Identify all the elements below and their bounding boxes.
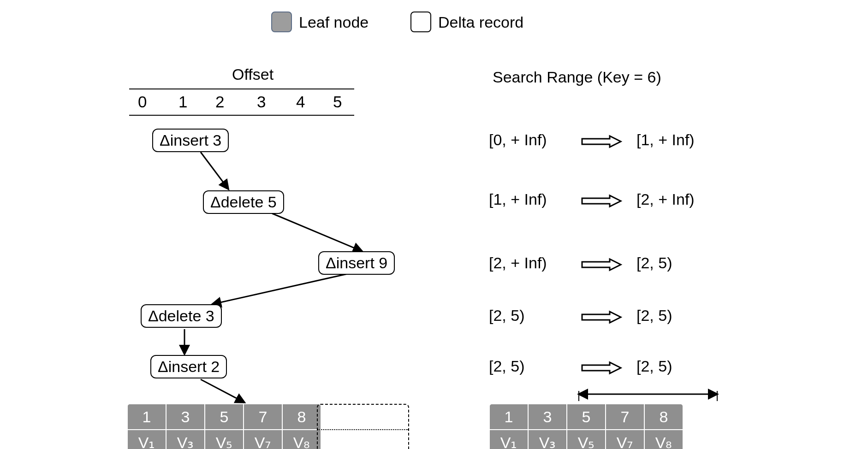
delta-record-1: Δdelete 5	[203, 190, 284, 214]
leaf-key-cell: 7	[606, 404, 644, 430]
double-line-arrow-icon	[581, 258, 623, 272]
leaf-val-cell: V₈	[644, 430, 683, 449]
leaf-val-cell: V₇	[244, 430, 282, 449]
delta-swatch	[410, 12, 431, 32]
svg-line-1	[272, 213, 362, 251]
leaf-key-cell: 1	[127, 404, 166, 430]
sr-to-3: [2, 5)	[636, 307, 672, 325]
dotted-divider	[318, 429, 408, 430]
svg-line-4	[201, 379, 244, 402]
offset-tick-1: 1	[178, 93, 187, 111]
svg-line-0	[201, 152, 228, 189]
double-line-arrow-icon	[581, 361, 623, 375]
legend-delta-label: Delta record	[438, 13, 523, 31]
sr-from-1: [1, + Inf)	[489, 190, 547, 208]
leaf-val-cell: V₁	[489, 430, 528, 449]
leaf-key-cell: 5	[567, 404, 606, 430]
leaf-key-cell: 5	[205, 404, 244, 430]
leaf-key-cell: 8	[282, 404, 321, 430]
offset-tick-2: 2	[215, 93, 224, 111]
leaf-val-cell: V₃	[528, 430, 567, 449]
leaf-swatch	[271, 12, 292, 32]
leaf-val-cell: V₅	[205, 430, 244, 449]
svg-line-2	[212, 271, 360, 304]
leaf-key-cell: 8	[644, 404, 683, 430]
leaf-table-right: 1 3 5 7 8 V₁ V₃ V₅ V₇ V₈	[489, 403, 684, 449]
double-line-arrow-icon	[581, 135, 623, 148]
offset-tick-0: 0	[138, 93, 147, 111]
dashed-extension	[317, 404, 409, 449]
double-line-arrow-icon	[581, 194, 623, 208]
leaf-val-cell: V₇	[606, 430, 644, 449]
offset-tick-3: 3	[257, 93, 266, 111]
legend-leaf-label: Leaf node	[299, 13, 369, 31]
sr-to-1: [2, + Inf)	[636, 190, 695, 208]
leaf-key-cell: 1	[489, 404, 528, 430]
sr-to-0: [1, + Inf)	[636, 131, 695, 149]
sr-from-4: [2, 5)	[489, 357, 524, 375]
sr-from-3: [2, 5)	[489, 307, 524, 325]
leaf-val-cell: V₈	[282, 430, 321, 449]
leaf-key-cell: 7	[244, 404, 282, 430]
delta-record-2: Δinsert 9	[318, 251, 395, 275]
connectors	[0, 0, 868, 449]
offset-tick-5: 5	[333, 93, 342, 111]
double-line-arrow-icon	[581, 310, 623, 324]
leaf-key-cell: 3	[166, 404, 205, 430]
delta-record-3: Δdelete 3	[141, 304, 222, 328]
offset-title: Offset	[232, 65, 273, 83]
sr-to-2: [2, 5)	[636, 254, 672, 272]
offset-rule-bottom	[129, 115, 354, 116]
offset-rule-top	[129, 89, 354, 89]
delta-record-4: Δinsert 2	[150, 355, 227, 378]
leaf-val-cell: V₁	[127, 430, 166, 449]
offset-tick-4: 4	[296, 93, 305, 111]
sr-from-0: [0, + Inf)	[489, 131, 547, 149]
leaf-val-cell: V₃	[166, 430, 205, 449]
sr-to-4: [2, 5)	[636, 357, 672, 375]
delta-record-0: Δinsert 3	[152, 129, 229, 152]
sr-from-2: [2, + Inf)	[489, 254, 547, 272]
leaf-key-cell: 3	[528, 404, 567, 430]
leaf-table-left: 1 3 5 7 8 V₁ V₃ V₅ V₇ V₈	[127, 403, 321, 449]
search-range-title: Search Range (Key = 6)	[493, 68, 661, 86]
leaf-val-cell: V₅	[567, 430, 606, 449]
